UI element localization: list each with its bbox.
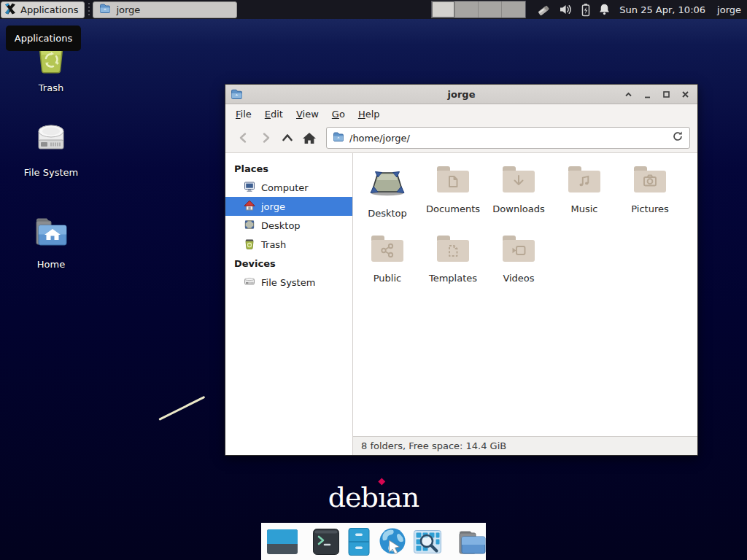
sidebar-item-home-label: jorge [261, 201, 285, 212]
application-finder-launcher[interactable] [412, 527, 443, 556]
desktop-pad-icon [244, 219, 255, 233]
web-browser-globe-icon [377, 526, 408, 557]
places-sidebar: Places Computer [225, 153, 353, 455]
menu-view[interactable]: View [290, 106, 325, 122]
desktop-icon-trash-label: Trash [39, 82, 63, 93]
toolbar [225, 123, 697, 153]
applications-tooltip: Applications [6, 26, 81, 51]
system-tray [536, 2, 611, 17]
panel-separator-handle [86, 3, 91, 16]
folder-launcher[interactable] [456, 527, 488, 556]
window-titlebar[interactable]: jorge [225, 85, 697, 104]
location-folder-icon [333, 131, 344, 145]
templates-folder-icon [436, 233, 471, 267]
places-header: Places [225, 159, 352, 178]
home-button[interactable] [298, 127, 320, 149]
applications-menu-label: Applications [20, 4, 78, 15]
sidebar-item-filesystem[interactable]: File System [225, 273, 352, 292]
videos-folder-icon [501, 233, 536, 267]
show-desktop-launcher[interactable] [266, 527, 298, 556]
sidebar-item-desktop[interactable]: Desktop [225, 216, 352, 235]
debian-logo-pre: deb [328, 481, 378, 513]
file-item-music[interactable]: Music [551, 160, 617, 230]
desktop-trapezoid-icon [368, 164, 406, 202]
maximize-window-button[interactable] [662, 90, 671, 99]
menu-go[interactable]: Go [326, 106, 351, 122]
workspace-4[interactable] [502, 1, 525, 18]
statusbar: 8 folders, Free space: 14.4 GiB [353, 436, 697, 455]
workspace-1[interactable] [432, 1, 455, 18]
forward-button[interactable] [255, 127, 276, 149]
desktop-icon-home-label: Home [37, 259, 65, 270]
file-item-videos[interactable]: Videos [486, 230, 551, 299]
terminal-launcher[interactable] [311, 527, 341, 556]
sidebar-item-desktop-label: Desktop [261, 220, 301, 231]
menu-file[interactable]: File [230, 106, 258, 122]
file-item-public[interactable]: Public [355, 230, 420, 299]
file-item-pictures[interactable]: Pictures [617, 160, 683, 230]
music-folder-icon [567, 164, 602, 198]
location-input[interactable] [349, 133, 667, 144]
volume-tray-icon[interactable] [559, 3, 573, 16]
sidebar-item-computer[interactable]: Computer [225, 178, 352, 197]
applications-menu-button[interactable]: Applications [1, 1, 85, 18]
minimize-window-button[interactable] [643, 90, 652, 99]
workspace-3[interactable] [479, 1, 502, 18]
menu-edit[interactable]: Edit [259, 106, 289, 122]
close-window-button[interactable] [681, 90, 690, 99]
downloads-folder-icon [501, 164, 536, 198]
hard-drive-icon [31, 121, 71, 162]
documents-folder-icon [436, 164, 471, 198]
panel-clock[interactable]: Sun 25 Apr, 10:06 [619, 4, 705, 15]
battery-tray-icon[interactable] [580, 3, 592, 17]
location-bar[interactable] [326, 127, 690, 149]
file-cabinet-launcher[interactable] [345, 527, 373, 556]
devices-header: Devices [225, 254, 352, 273]
reload-button[interactable] [672, 131, 684, 145]
file-item-videos-label: Videos [503, 273, 534, 284]
file-item-downloads[interactable]: Downloads [486, 160, 551, 230]
home-folder-icon [31, 214, 71, 254]
terminal-icon [311, 527, 341, 556]
desktop-icon-home[interactable]: Home [6, 214, 96, 270]
cursor-trail-line [158, 396, 205, 421]
panel-username[interactable]: jorge [717, 4, 741, 15]
debian-logo-post: an [386, 481, 419, 513]
file-item-public-label: Public [374, 273, 401, 284]
file-item-downloads-label: Downloads [492, 203, 544, 214]
sidebar-item-computer-label: Computer [261, 182, 309, 193]
statusbar-text: 8 folders, Free space: 14.4 GiB [361, 440, 506, 451]
notification-bell-tray-icon[interactable] [598, 3, 611, 16]
file-item-pictures-label: Pictures [631, 203, 668, 214]
debian-logo: debıan [328, 481, 419, 513]
input-device-tray-icon[interactable] [536, 2, 552, 17]
sidebar-item-trash-label: Trash [261, 239, 286, 250]
desktop-icon-filesystem[interactable]: File System [6, 121, 96, 178]
file-grid[interactable]: Desktop Documents [353, 153, 697, 436]
shade-window-button[interactable] [624, 90, 633, 99]
web-browser-launcher[interactable] [377, 526, 408, 557]
sidebar-item-filesystem-label: File System [261, 277, 315, 288]
application-finder-icon [412, 527, 443, 556]
window-content: Places Computer [225, 153, 697, 455]
back-button[interactable] [233, 127, 255, 149]
workspace-2[interactable] [455, 1, 479, 18]
file-manager-window: jorge File Edit View Go Help [225, 84, 698, 456]
desktop-icon-filesystem-label: File System [24, 167, 78, 178]
top-panel: Applications jorge [0, 0, 747, 19]
drive-small-icon [244, 276, 255, 289]
taskbar-window-button[interactable]: jorge [93, 1, 237, 18]
file-item-templates[interactable]: Templates [420, 230, 486, 299]
xfce-applications-icon [4, 2, 17, 18]
taskbar-window-label: jorge [116, 4, 140, 15]
file-item-documents[interactable]: Documents [420, 160, 486, 230]
sidebar-item-home-jorge[interactable]: jorge [225, 197, 352, 216]
up-button[interactable] [276, 127, 298, 149]
file-cabinet-icon [345, 527, 373, 556]
file-item-music-label: Music [571, 203, 598, 214]
menu-help[interactable]: Help [352, 106, 386, 122]
file-item-desktop[interactable]: Desktop [355, 160, 420, 230]
window-title: jorge [448, 89, 476, 100]
sidebar-item-trash[interactable]: Trash [225, 235, 352, 254]
house-icon [244, 200, 255, 214]
